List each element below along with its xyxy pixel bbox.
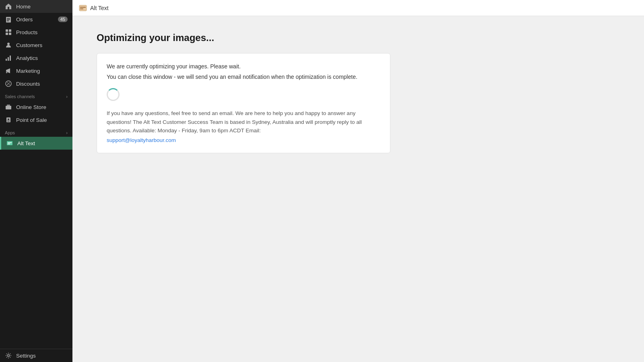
sidebar-item-marketing[interactable]: Marketing	[0, 64, 72, 77]
svg-rect-7	[9, 33, 11, 35]
svg-point-8	[7, 43, 10, 45]
analytics-icon	[5, 54, 12, 62]
main-area: Alt Text Optimizing your images... We ar…	[72, 0, 644, 362]
sidebar-item-products-label: Products	[16, 29, 37, 35]
svg-point-16	[9, 84, 10, 85]
svg-rect-12	[6, 71, 7, 73]
sidebar-item-orders[interactable]: Orders 45	[0, 13, 72, 26]
svg-point-25	[8, 355, 10, 357]
sidebar-item-customers-label: Customers	[16, 42, 42, 48]
page-title: Optimizing your images...	[97, 32, 620, 43]
sidebar-item-customers[interactable]: Customers	[0, 39, 72, 51]
apps-chevron-icon[interactable]: ›	[66, 130, 68, 135]
sidebar-item-point-of-sale-label: Point of Sale	[16, 117, 47, 123]
svg-rect-17	[6, 106, 11, 109]
sidebar-item-marketing-label: Marketing	[16, 68, 40, 74]
svg-rect-20	[7, 121, 10, 121]
svg-rect-27	[80, 7, 86, 8]
sales-channels-section: Sales channels ›	[0, 90, 72, 101]
sidebar-item-alt-text[interactable]: Alt Text	[0, 137, 72, 150]
card-text-3: If you have any questions, feel free to …	[107, 109, 380, 135]
products-icon	[5, 29, 12, 36]
sales-channels-label: Sales channels	[5, 94, 35, 99]
orders-icon	[5, 16, 12, 23]
svg-rect-6	[6, 33, 8, 35]
sidebar-item-home-label: Home	[16, 4, 31, 10]
sidebar-item-online-store-label: Online Store	[16, 104, 46, 110]
content-area: Optimizing your images... We are current…	[72, 16, 644, 362]
svg-rect-18	[7, 105, 10, 106]
svg-rect-2	[7, 19, 10, 20]
sales-channels-chevron-icon[interactable]: ›	[66, 94, 68, 99]
svg-rect-22	[7, 141, 12, 145]
svg-rect-26	[79, 5, 87, 11]
sidebar-item-settings[interactable]: Settings	[0, 349, 72, 362]
point-of-sale-icon	[5, 116, 12, 123]
svg-rect-5	[9, 29, 11, 32]
apps-section: Apps ›	[0, 126, 72, 137]
alt-text-icon	[6, 140, 13, 147]
sidebar-item-discounts[interactable]: Discounts	[0, 77, 72, 90]
svg-rect-9	[6, 59, 7, 61]
svg-rect-28	[80, 8, 83, 9]
info-card: We are currently optimizing your images.…	[97, 53, 390, 153]
topbar: Alt Text	[72, 0, 644, 16]
customers-icon	[5, 41, 12, 49]
svg-rect-1	[7, 18, 10, 19]
sidebar: Home Orders 45 Products	[0, 0, 72, 362]
sidebar-item-products[interactable]: Products	[0, 26, 72, 39]
sidebar-item-analytics-label: Analytics	[16, 55, 38, 61]
svg-rect-3	[7, 21, 9, 21]
svg-rect-11	[10, 56, 11, 61]
loading-spinner	[107, 88, 120, 101]
home-icon	[5, 3, 12, 10]
apps-label: Apps	[5, 130, 15, 135]
settings-icon	[5, 352, 12, 359]
sidebar-item-alt-text-label: Alt Text	[17, 140, 35, 146]
support-email-link[interactable]: support@loyaltyharbour.com	[107, 137, 176, 143]
topbar-app-icon	[79, 4, 87, 12]
card-text-1: We are currently optimizing your images.…	[107, 63, 380, 70]
discounts-icon	[5, 80, 12, 87]
svg-rect-4	[6, 29, 8, 32]
sidebar-item-online-store[interactable]: Online Store	[0, 101, 72, 113]
spinner-container	[107, 88, 380, 101]
svg-rect-21	[8, 119, 9, 120]
svg-rect-24	[8, 144, 10, 144]
svg-rect-10	[8, 57, 9, 61]
svg-rect-23	[8, 142, 12, 143]
sidebar-item-discounts-label: Discounts	[16, 81, 40, 87]
card-text-2: You can close this window - we will send…	[107, 74, 380, 80]
sidebar-item-analytics[interactable]: Analytics	[0, 51, 72, 64]
sidebar-item-home[interactable]: Home	[0, 0, 72, 13]
sidebar-item-settings-label: Settings	[16, 353, 36, 359]
marketing-icon	[5, 67, 12, 74]
sidebar-item-point-of-sale[interactable]: Point of Sale	[0, 113, 72, 126]
topbar-title: Alt Text	[90, 5, 109, 11]
svg-point-15	[7, 82, 8, 83]
sidebar-item-orders-label: Orders	[16, 16, 33, 23]
online-store-icon	[5, 103, 12, 111]
orders-badge: 45	[58, 16, 68, 22]
